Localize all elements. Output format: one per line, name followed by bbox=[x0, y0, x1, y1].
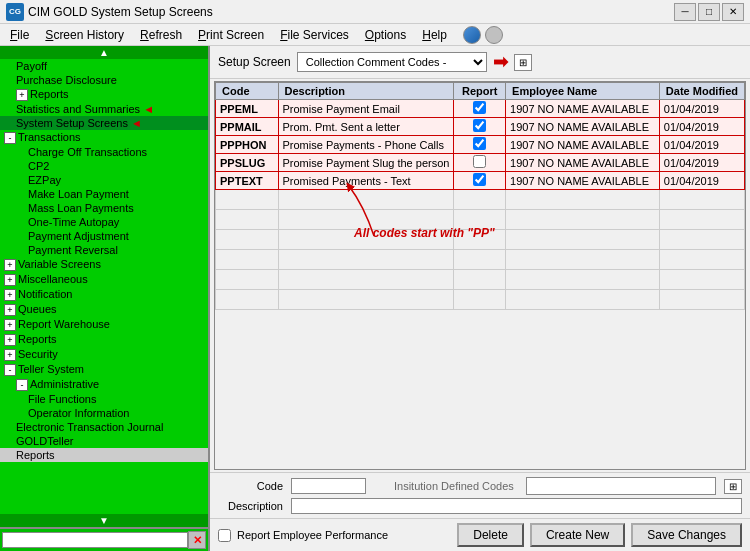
menu-print-screen[interactable]: Print Screen bbox=[190, 26, 272, 44]
sidebar-clear-button[interactable]: ✕ bbox=[188, 531, 206, 549]
sidebar-item-queues[interactable]: +Queues bbox=[0, 302, 208, 317]
institution-codes-input bbox=[526, 477, 716, 495]
sidebar-item-reports-teller[interactable]: Reports bbox=[0, 448, 208, 462]
sidebar-search-input[interactable] bbox=[2, 532, 188, 548]
cell-desc: Prom. Pmt. Sent a letter bbox=[278, 118, 454, 136]
delete-button[interactable]: Delete bbox=[457, 523, 524, 547]
menu-help[interactable]: Help bbox=[414, 26, 455, 44]
table-container[interactable]: Code Description Report Employee Name Da… bbox=[214, 81, 746, 470]
description-input[interactable] bbox=[291, 498, 742, 514]
scroll-up[interactable]: ▲ bbox=[0, 46, 208, 59]
sidebar-item-cp2[interactable]: CP2 bbox=[0, 159, 208, 173]
table-row[interactable]: PPTEXT Promised Payments - Text 1907 NO … bbox=[216, 172, 745, 190]
cell-report bbox=[454, 118, 506, 136]
app-icon: CG bbox=[6, 3, 24, 21]
sidebar-item-one-time[interactable]: One-Time Autopay bbox=[0, 215, 208, 229]
cell-code: PPTEXT bbox=[216, 172, 279, 190]
cell-report bbox=[454, 100, 506, 118]
institution-grid-button[interactable]: ⊞ bbox=[724, 479, 742, 494]
report-employee-checkbox[interactable] bbox=[218, 529, 231, 542]
col-header-description: Description bbox=[278, 83, 454, 100]
sidebar[interactable]: ▲ Payoff Purchase Disclosure +Reports St… bbox=[0, 46, 210, 551]
sidebar-item-make-loan[interactable]: Make Loan Payment bbox=[0, 187, 208, 201]
data-table: Code Description Report Employee Name Da… bbox=[215, 82, 745, 310]
description-row: Description bbox=[218, 498, 742, 514]
table-row-empty bbox=[216, 290, 745, 310]
minimize-button[interactable]: ─ bbox=[674, 3, 696, 21]
menu-file-services[interactable]: File Services bbox=[272, 26, 357, 44]
globe-controls bbox=[463, 26, 503, 44]
sidebar-item-payment-rev[interactable]: Payment Reversal bbox=[0, 243, 208, 257]
sidebar-item-charge-off[interactable]: Charge Off Transactions bbox=[0, 145, 208, 159]
cell-date: 01/04/2019 bbox=[659, 154, 744, 172]
sidebar-item-statistics[interactable]: Statistics and Summaries ◄ bbox=[0, 102, 208, 116]
menu-file[interactable]: File bbox=[2, 26, 37, 44]
sidebar-item-variable[interactable]: +Variable Screens bbox=[0, 257, 208, 272]
table-row-empty bbox=[216, 250, 745, 270]
sidebar-item-report-warehouse[interactable]: +Report Warehouse bbox=[0, 317, 208, 332]
menu-refresh[interactable]: Refresh bbox=[132, 26, 190, 44]
table-row-empty bbox=[216, 270, 745, 290]
maximize-button[interactable]: □ bbox=[698, 3, 720, 21]
main-layout: ▲ Payoff Purchase Disclosure +Reports St… bbox=[0, 46, 750, 551]
cell-desc: Promised Payments - Text bbox=[278, 172, 454, 190]
setup-screen-header: Setup Screen Collection Comment Codes - … bbox=[210, 46, 750, 79]
menu-options[interactable]: Options bbox=[357, 26, 414, 44]
save-changes-button[interactable]: Save Changes bbox=[631, 523, 742, 547]
sidebar-item-operator-info[interactable]: Operator Information bbox=[0, 406, 208, 420]
sidebar-item-teller[interactable]: -Teller System bbox=[0, 362, 208, 377]
cell-employee: 1907 NO NAME AVAILABLE bbox=[506, 136, 660, 154]
table-row[interactable]: PPEML Promise Payment Email 1907 NO NAME… bbox=[216, 100, 745, 118]
sidebar-item-mass-loan[interactable]: Mass Loan Payments bbox=[0, 201, 208, 215]
cell-date: 01/04/2019 bbox=[659, 100, 744, 118]
cell-code: PPMAIL bbox=[216, 118, 279, 136]
col-header-date: Date Modified bbox=[659, 83, 744, 100]
sidebar-item-transactions[interactable]: -Transactions bbox=[0, 130, 208, 145]
menu-bar: File Screen History Refresh Print Screen… bbox=[0, 24, 750, 46]
cell-report bbox=[454, 136, 506, 154]
sidebar-item-system-setup[interactable]: System Setup Screens ◄ bbox=[0, 116, 208, 130]
sidebar-item-payoff[interactable]: Payoff bbox=[0, 59, 208, 73]
cell-date: 01/04/2019 bbox=[659, 118, 744, 136]
cell-date: 01/04/2019 bbox=[659, 136, 744, 154]
table-row[interactable]: PPPHON Promise Payments - Phone Calls 19… bbox=[216, 136, 745, 154]
table-row[interactable]: PPMAIL Prom. Pmt. Sent a letter 1907 NO … bbox=[216, 118, 745, 136]
table-row[interactable]: PPSLUG Promise Payment Slug the person 1… bbox=[216, 154, 745, 172]
setup-screen-dropdown[interactable]: Collection Comment Codes - bbox=[297, 52, 487, 72]
sidebar-item-etj[interactable]: Electronic Transaction Journal bbox=[0, 420, 208, 434]
col-header-code: Code bbox=[216, 83, 279, 100]
sidebar-item-goldteller[interactable]: GOLDTeller bbox=[0, 434, 208, 448]
sidebar-item-reports-1[interactable]: +Reports bbox=[0, 87, 208, 102]
bottom-buttons: Report Employee Performance Delete Creat… bbox=[210, 518, 750, 551]
create-new-button[interactable]: Create New bbox=[530, 523, 625, 547]
table-wrapper: Code Description Report Employee Name Da… bbox=[214, 81, 746, 470]
right-arrow-icon: ➡ bbox=[493, 51, 508, 73]
sidebar-tree: Payoff Purchase Disclosure +Reports Stat… bbox=[0, 59, 208, 514]
sidebar-item-purchase-disclosure[interactable]: Purchase Disclosure bbox=[0, 73, 208, 87]
report-employee-label: Report Employee Performance bbox=[237, 529, 388, 541]
globe-icon[interactable] bbox=[463, 26, 481, 44]
table-row-empty bbox=[216, 230, 745, 250]
menu-screen-history[interactable]: Screen History bbox=[37, 26, 132, 44]
code-input[interactable] bbox=[291, 478, 366, 494]
sidebar-item-file-functions[interactable]: File Functions bbox=[0, 392, 208, 406]
sidebar-item-payment-adj[interactable]: Payment Adjustment bbox=[0, 229, 208, 243]
table-body: PPEML Promise Payment Email 1907 NO NAME… bbox=[216, 100, 745, 310]
sidebar-item-administrative[interactable]: -Administrative bbox=[0, 377, 208, 392]
sidebar-item-reports-2[interactable]: +Reports bbox=[0, 332, 208, 347]
sidebar-item-ezpay[interactable]: EZPay bbox=[0, 173, 208, 187]
sidebar-item-security[interactable]: +Security bbox=[0, 347, 208, 362]
back-icon[interactable] bbox=[485, 26, 503, 44]
scroll-down[interactable]: ▼ bbox=[0, 514, 208, 527]
sidebar-item-misc[interactable]: +Miscellaneous bbox=[0, 272, 208, 287]
window-controls: ─ □ ✕ bbox=[674, 3, 744, 21]
grid-view-button[interactable]: ⊞ bbox=[514, 54, 532, 71]
cell-code: PPSLUG bbox=[216, 154, 279, 172]
close-button[interactable]: ✕ bbox=[722, 3, 744, 21]
title-text: CIM GOLD System Setup Screens bbox=[28, 5, 213, 19]
description-label: Description bbox=[218, 500, 283, 512]
content-area: Setup Screen Collection Comment Codes - … bbox=[210, 46, 750, 551]
table-row-empty bbox=[216, 190, 745, 210]
sidebar-item-notification[interactable]: +Notification bbox=[0, 287, 208, 302]
cell-report bbox=[454, 172, 506, 190]
